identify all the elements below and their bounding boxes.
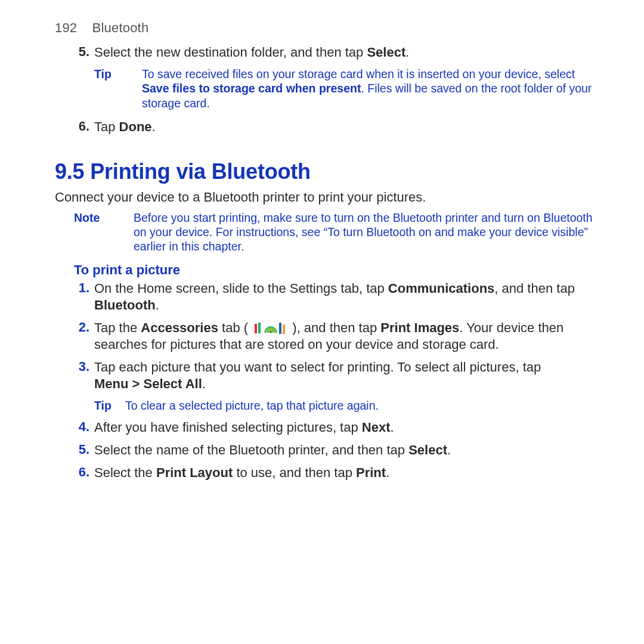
svg-rect-3 xyxy=(279,323,281,334)
list-text: Select the Print Layout to use, and then… xyxy=(94,465,593,481)
tip-label: Tip xyxy=(94,398,112,413)
note-text: Before you start printing, make sure to … xyxy=(134,211,593,253)
note-callout: Note Before you start printing, make sur… xyxy=(74,210,593,254)
svg-rect-1 xyxy=(258,323,261,333)
list-item: 5. Select the new destination folder, an… xyxy=(74,44,593,61)
list-number: 5. xyxy=(74,44,89,60)
continuation-list: 5. Select the new destination folder, an… xyxy=(55,44,593,135)
list-number: 4. xyxy=(74,419,89,435)
list-number: 6. xyxy=(74,119,89,134)
list-text: Select the name of the Bluetooth printer… xyxy=(94,442,593,459)
tip-text: To clear a selected picture, tap that pi… xyxy=(125,399,379,412)
tip-callout: Tip To clear a selected picture, tap tha… xyxy=(94,398,593,413)
list-item: 1. On the Home screen, slide to the Sett… xyxy=(74,280,593,314)
list-number: 2. xyxy=(74,320,89,335)
steps-list: 1. On the Home screen, slide to the Sett… xyxy=(55,280,593,482)
section-heading: 9.5 Printing via Bluetooth xyxy=(55,159,593,184)
accessories-tab-icon xyxy=(253,321,287,335)
note-label: Note xyxy=(74,210,100,225)
tip-callout: Tip To save received files on your stora… xyxy=(94,67,593,110)
section-name: Bluetooth xyxy=(92,20,149,35)
list-item: 2. Tap the Accessories tab ( ), and then… xyxy=(74,320,593,353)
page-header: 192 Bluetooth xyxy=(55,20,593,36)
list-item: 6. Tap Done. xyxy=(74,119,593,135)
list-text: Tap the Accessories tab ( ), and then ta… xyxy=(94,320,593,353)
list-number: 5. xyxy=(74,442,89,457)
page-number: 192 xyxy=(55,20,77,35)
subheading: To print a picture xyxy=(55,262,593,278)
list-item: 3. Tap each picture that you want to sel… xyxy=(74,359,593,392)
list-text: On the Home screen, slide to the Setting… xyxy=(94,280,593,314)
list-text: Tap each picture that you want to select… xyxy=(94,359,593,392)
manual-page: 192 Bluetooth 5. Select the new destinat… xyxy=(0,0,644,481)
svg-point-2 xyxy=(270,332,271,333)
list-text: After you have finished selecting pictur… xyxy=(94,419,593,436)
list-number: 6. xyxy=(74,465,89,480)
svg-rect-5 xyxy=(283,324,285,334)
tip-label: Tip xyxy=(94,67,112,81)
list-item: 4. After you have finished selecting pic… xyxy=(74,419,593,436)
svg-rect-0 xyxy=(255,324,257,333)
list-text: Tap Done. xyxy=(94,119,593,135)
list-item: 6. Select the Print Layout to use, and t… xyxy=(74,465,593,481)
list-text: Select the new destination folder, and t… xyxy=(94,44,593,61)
list-item: 5. Select the name of the Bluetooth prin… xyxy=(74,442,593,459)
list-number: 1. xyxy=(74,280,89,296)
intro-paragraph: Connect your device to a Bluetooth print… xyxy=(55,189,593,206)
list-number: 3. xyxy=(74,359,89,374)
